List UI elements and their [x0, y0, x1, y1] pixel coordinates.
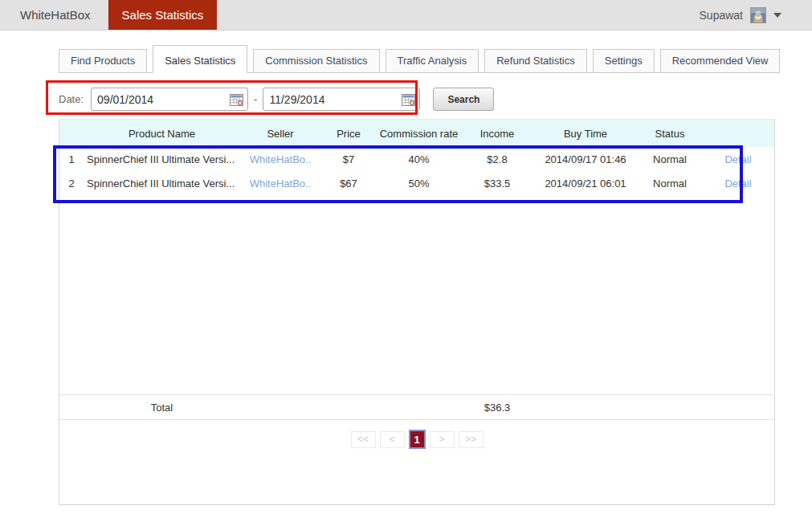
- income-value: $33.5: [461, 171, 533, 195]
- col-header-price: Price: [320, 120, 377, 147]
- seller-link[interactable]: WhiteHatBo..: [250, 153, 312, 165]
- tab-bar: Find Products Sales Statistics Commissio…: [59, 47, 775, 73]
- col-header-index: [59, 120, 84, 147]
- user-menu-chevron-down-icon[interactable]: [773, 13, 781, 18]
- col-header-income: Income: [461, 120, 533, 147]
- pagination-next-button[interactable]: >: [430, 431, 455, 448]
- price-value: $67: [320, 171, 377, 195]
- topnav-sales-statistics[interactable]: Sales Statistics: [108, 0, 218, 30]
- row-index: 2: [59, 171, 84, 195]
- pagination-last-button[interactable]: >>: [459, 431, 484, 448]
- pagination-first-button[interactable]: <<: [351, 431, 376, 448]
- product-name: SpinnerChief III Ultimate Versi...: [84, 147, 240, 171]
- brand-logo[interactable]: WhiteHatBox: [20, 0, 91, 30]
- pagination-prev-button[interactable]: <: [380, 431, 405, 448]
- total-label: Total: [84, 395, 240, 420]
- tab-find-products[interactable]: Find Products: [59, 49, 147, 73]
- date-to-input[interactable]: [269, 93, 402, 106]
- col-header-status: Status: [638, 120, 702, 147]
- detail-link[interactable]: Detail: [724, 153, 751, 165]
- date-from-input[interactable]: [97, 93, 230, 106]
- status-value: Normal: [638, 171, 702, 195]
- total-row: Total $36.3: [59, 394, 774, 420]
- tab-sales-statistics[interactable]: Sales Statistics: [153, 45, 247, 73]
- calendar-icon[interactable]: [230, 93, 243, 106]
- user-avatar[interactable]: [750, 7, 766, 23]
- col-header-commission-rate: Commission rate: [377, 120, 461, 147]
- col-header-detail: [702, 120, 774, 147]
- col-header-product-name: Product Name: [84, 120, 240, 147]
- tab-commission-statistics[interactable]: Commission Statistics: [253, 49, 379, 73]
- commission-rate-value: 40%: [377, 147, 461, 171]
- user-menu[interactable]: Supawat: [700, 0, 781, 30]
- buy-time-value: 2014/09/17 01:46: [533, 147, 638, 171]
- price-value: $7: [320, 147, 377, 171]
- date-from-box: [91, 88, 248, 111]
- buy-time-value: 2014/09/21 06:01: [533, 171, 638, 195]
- topbar: WhiteHatBox Sales Statistics Supawat: [0, 0, 812, 31]
- pagination: << < 1 > >>: [59, 430, 774, 449]
- table-row: 1 SpinnerChief III Ultimate Versi... Whi…: [59, 147, 774, 171]
- total-income-value: $36.3: [461, 395, 533, 420]
- sales-table: Product Name Seller Price Commission rat…: [59, 120, 774, 195]
- row-index: 1: [59, 147, 84, 171]
- status-value: Normal: [638, 147, 702, 171]
- tab-traffic-analysis[interactable]: Traffic Analysis: [386, 49, 479, 73]
- tab-refund-statistics[interactable]: Refund Statistics: [484, 49, 587, 73]
- seller-link[interactable]: WhiteHatBo..: [250, 177, 312, 190]
- user-name: Supawat: [700, 9, 743, 22]
- commission-rate-value: 50%: [377, 171, 461, 195]
- calendar-icon[interactable]: [402, 93, 415, 106]
- col-header-buy-time: Buy Time: [533, 120, 638, 147]
- date-range-separator: -: [254, 93, 257, 105]
- tab-settings[interactable]: Settings: [593, 49, 655, 73]
- pagination-current-page[interactable]: 1: [409, 430, 426, 449]
- date-to-box: [263, 88, 420, 111]
- date-label: Date:: [59, 93, 84, 105]
- table-empty-space: [59, 195, 774, 394]
- table-row: 2 SpinnerChief III Ultimate Versi... Whi…: [59, 171, 774, 195]
- product-name: SpinnerChief III Ultimate Versi...: [84, 171, 240, 195]
- table-header-row: Product Name Seller Price Commission rat…: [59, 120, 774, 147]
- col-header-seller: Seller: [240, 120, 320, 147]
- income-value: $2.8: [461, 147, 533, 171]
- search-button[interactable]: Search: [433, 88, 494, 111]
- tab-recommended-view[interactable]: Recommended View: [660, 49, 781, 73]
- detail-link[interactable]: Detail: [724, 177, 751, 190]
- date-filter-row: Date: - Search: [59, 88, 494, 111]
- sales-results-panel: Product Name Seller Price Commission rat…: [59, 119, 775, 505]
